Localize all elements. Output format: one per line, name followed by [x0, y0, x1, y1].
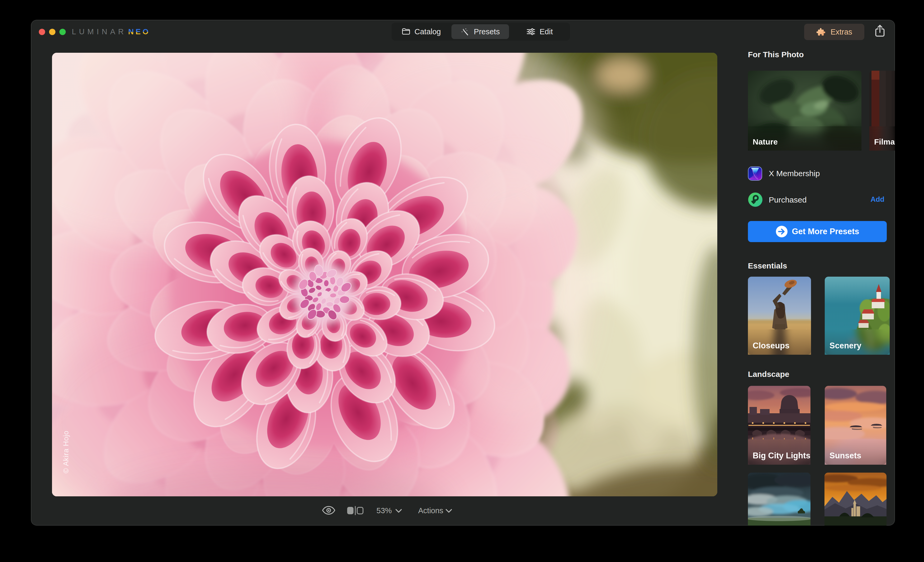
svg-text:© Akira Hojo: © Akira Hojo	[62, 430, 70, 473]
